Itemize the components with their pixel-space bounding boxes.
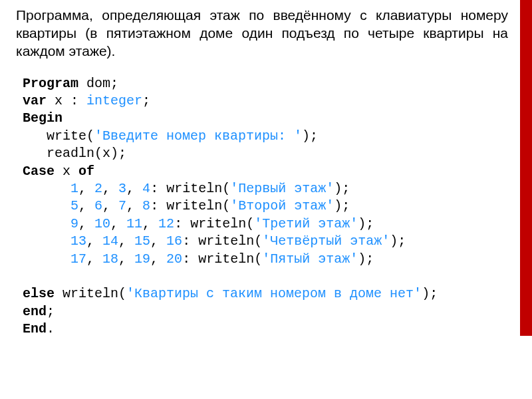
keyword-of: of: [78, 164, 94, 179]
accent-bar: [520, 0, 532, 336]
keyword-program: Program: [23, 76, 78, 91]
var-name: x: [55, 93, 63, 108]
else-string: 'Квартиры с таким номером в доме нет': [126, 286, 422, 301]
keyword-end: end: [23, 304, 47, 319]
content-area: Программа, определяющая этаж по введённо…: [0, 0, 532, 338]
readln-call: readln(x);: [47, 146, 126, 161]
program-name: dom: [86, 76, 110, 91]
keyword-end-final: End: [23, 321, 47, 336]
program-description: Программа, определяющая этаж по введённо…: [16, 7, 516, 61]
keyword-case: Case: [23, 164, 55, 179]
type-integer: integer: [86, 93, 142, 108]
keyword-var: var: [23, 93, 47, 108]
keyword-else: else: [23, 286, 55, 301]
keyword-begin: Begin: [23, 110, 63, 126]
prompt-string: 'Введите номер квартиры: ': [94, 128, 302, 144]
code-block: Program dom; var x : integer; Begin writ…: [16, 75, 516, 338]
write-call: write(: [47, 128, 94, 144]
